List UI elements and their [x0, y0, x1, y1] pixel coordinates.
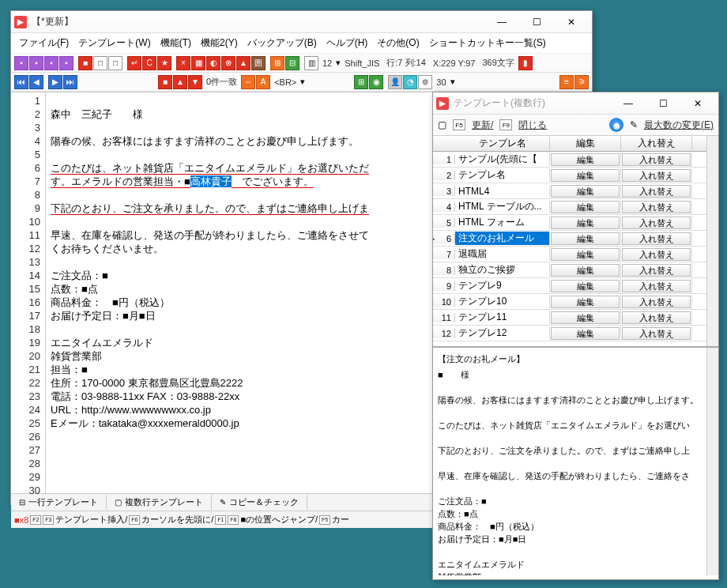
edit-button[interactable]: 編集 — [551, 169, 620, 182]
tb-btn[interactable]: ▲ — [236, 56, 250, 70]
tb-btn[interactable]: ⊚ — [418, 75, 432, 89]
edit-button[interactable]: 編集 — [551, 280, 620, 292]
tb-btn[interactable]: ▥ — [304, 56, 318, 70]
edit-button[interactable]: 編集 — [551, 153, 620, 166]
menu-file[interactable]: ファイル(F) — [14, 35, 73, 51]
maximize-button[interactable]: ☐ — [646, 94, 680, 113]
tb-btn[interactable]: ▪ — [29, 56, 43, 70]
col-edit[interactable]: 編集 — [550, 137, 621, 150]
edit-button[interactable]: 編集 — [551, 311, 620, 324]
template-name[interactable]: テンプレ名 — [455, 168, 550, 182]
refresh-link[interactable]: 更新/ — [472, 119, 493, 132]
edit-button[interactable]: 編集 — [551, 248, 620, 261]
tb-btn[interactable]: ⊞ — [354, 75, 368, 89]
edit-button[interactable]: 編集 — [551, 217, 620, 229]
edit-button[interactable]: 編集 — [551, 232, 620, 245]
swap-button[interactable]: 入れ替え — [622, 217, 691, 229]
swap-button[interactable]: 入れ替え — [622, 185, 691, 198]
footer-label[interactable]: カーソルを先頭に/ — [141, 514, 213, 526]
tb-btn[interactable]: ▪ — [44, 56, 58, 70]
tb-btn[interactable]: ⊞ — [270, 56, 284, 70]
tb-nav-next[interactable]: ▶ — [48, 75, 62, 89]
tb-btn[interactable]: ⊟ — [285, 56, 299, 70]
edit-button[interactable]: 編集 — [551, 201, 620, 213]
swap-button[interactable]: 入れ替え — [622, 232, 691, 245]
table-row[interactable]: 7退職届編集入れ替え — [433, 247, 718, 262]
tb-nav-last[interactable]: ⏭ — [63, 75, 77, 89]
tb-btn[interactable]: ⊗ — [221, 56, 235, 70]
tb-btn[interactable]: ▪ — [59, 56, 73, 70]
menu-template[interactable]: テンプレート(W) — [73, 35, 155, 51]
tb-btn[interactable]: ▦ — [191, 56, 205, 70]
tb-btn[interactable]: ▪ — [14, 56, 28, 70]
maximize-button[interactable]: ☐ — [519, 13, 554, 32]
edit-button[interactable]: 編集 — [551, 296, 620, 308]
tb-btn[interactable]: ■ — [158, 75, 172, 89]
tb-btn[interactable]: ◉ — [369, 75, 383, 89]
close-link[interactable]: 閉じる — [518, 119, 547, 132]
tb-btn[interactable]: 👤 — [388, 75, 402, 89]
footer-label[interactable]: テンプレート挿入/ — [55, 514, 127, 526]
scrollbar[interactable] — [706, 348, 718, 575]
table-row[interactable]: 11テンプレ11編集入れ替え — [433, 310, 718, 326]
titlebar[interactable]: ▶ 【*更新】 — ☐ ✕ — [11, 11, 592, 33]
edit-button[interactable]: 編集 — [551, 185, 620, 198]
template-name[interactable]: テンプレ9 — [455, 279, 550, 292]
menu-shortcut[interactable]: ショートカットキー一覧(S) — [424, 35, 551, 51]
tb-btn[interactable]: ◔ — [403, 75, 417, 89]
settings-icon[interactable]: ◉ — [609, 118, 623, 132]
table-row[interactable]: 3HTML4編集入れ替え — [433, 183, 718, 199]
col-name[interactable]: テンプレ名 — [455, 137, 550, 150]
menu-backup[interactable]: バックアップ(B) — [243, 35, 322, 51]
table-row[interactable]: 1サンプル(先頭に【編集入れ替え — [433, 152, 718, 168]
template-name[interactable]: サンプル(先頭に【 — [455, 153, 550, 166]
table-row[interactable]: 9テンプレ9編集入れ替え — [433, 278, 718, 294]
edit-button[interactable]: 編集 — [551, 327, 620, 340]
tb-btn[interactable]: ▼ — [188, 75, 202, 89]
sub-titlebar[interactable]: ▶ テンプレート(複数行) — ☐ ✕ — [433, 92, 718, 115]
footer-label[interactable]: カー — [332, 514, 349, 526]
table-row[interactable]: ▸6注文のお礼メール編集入れ替え — [433, 231, 718, 247]
template-name[interactable]: テンプレ11 — [455, 311, 550, 324]
template-name[interactable]: 退職届 — [455, 247, 550, 261]
dropdown-icon[interactable]: ▾ — [336, 58, 341, 68]
swap-button[interactable]: 入れ替え — [622, 201, 691, 213]
tb-btn[interactable]: ◐ — [206, 56, 220, 70]
swap-button[interactable]: 入れ替え — [622, 280, 691, 292]
dropdown-icon[interactable]: ▾ — [300, 77, 305, 87]
table-row[interactable]: 10テンプレ10編集入れ替え — [433, 294, 718, 310]
tab-copy-check[interactable]: ✎コピー＆チェック — [212, 495, 307, 510]
table-row[interactable]: 12テンプレ12編集入れ替え — [433, 326, 718, 341]
menu-func2[interactable]: 機能2(Y) — [196, 35, 243, 51]
minimize-button[interactable]: — — [611, 94, 646, 113]
tb-btn[interactable]: ◦◦ — [241, 75, 255, 89]
swap-button[interactable]: 入れ替え — [622, 327, 691, 340]
dropdown-icon[interactable]: ▾ — [450, 77, 455, 87]
table-row[interactable]: 5HTML フォーム編集入れ替え — [433, 215, 718, 231]
swap-button[interactable]: 入れ替え — [622, 153, 691, 166]
tab-multi-line[interactable]: ▢複数行テンプレート — [107, 495, 212, 510]
close-button[interactable]: ✕ — [554, 13, 589, 32]
rss-icon[interactable]: ⚞ — [574, 75, 589, 89]
table-row[interactable]: 8独立のご挨拶編集入れ替え — [433, 262, 718, 278]
template-name[interactable]: 独立のご挨拶 — [455, 263, 550, 277]
col-swap[interactable]: 入れ替え — [621, 137, 692, 150]
tb-btn[interactable]: ↵ — [127, 56, 141, 70]
tb-nav-first[interactable]: ⏮ — [14, 75, 28, 89]
tb-btn[interactable]: ▮ — [518, 56, 533, 70]
tb-btn[interactable]: □ — [108, 56, 122, 70]
template-name[interactable]: HTML テーブルの... — [455, 200, 550, 213]
tb-btn[interactable]: × — [176, 56, 190, 70]
template-name[interactable]: テンプレ10 — [455, 295, 550, 308]
close-button[interactable]: ✕ — [680, 94, 715, 113]
swap-button[interactable]: 入れ替え — [622, 311, 691, 324]
table-row[interactable]: 4HTML テーブルの...編集入れ替え — [433, 199, 718, 215]
table-row[interactable]: 2テンプレ名編集入れ替え — [433, 168, 718, 183]
minimize-button[interactable]: — — [484, 13, 519, 32]
template-name[interactable]: HTML4 — [455, 186, 550, 197]
max-change-link[interactable]: 最大数の変更(E) — [644, 119, 714, 132]
tb-btn[interactable]: ≡ — [559, 75, 574, 89]
menu-help[interactable]: ヘルプ(H) — [322, 35, 373, 51]
tb-btn[interactable]: ▲ — [173, 75, 187, 89]
tb-btn[interactable]: ■ — [78, 56, 92, 70]
